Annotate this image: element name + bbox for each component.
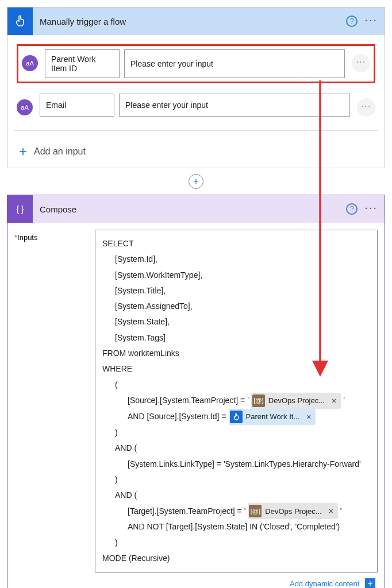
- remove-token-icon[interactable]: ×: [326, 506, 336, 516]
- add-step-button[interactable]: +: [189, 174, 203, 189]
- token-devops-project[interactable]: [@] DevOps Projec... ×: [251, 393, 341, 409]
- compose-title: Compose: [40, 204, 346, 214]
- add-input-button[interactable]: + Add an input: [17, 138, 375, 163]
- input-field-email[interactable]: Please enter your input: [119, 94, 350, 117]
- compose-header[interactable]: { } Compose ? ···: [7, 195, 385, 223]
- trigger-menu-icon[interactable]: ···: [364, 14, 378, 29]
- add-dynamic-content-link[interactable]: Add dynamic content +: [7, 575, 385, 588]
- remove-token-icon[interactable]: ×: [329, 396, 339, 406]
- touch-icon: [230, 411, 243, 423]
- trigger-body: aA Parent Work Item ID Please enter your…: [7, 35, 385, 168]
- token-devops-project[interactable]: [@] DevOps Projec... ×: [248, 503, 337, 519]
- input-row-parent: aA Parent Work Item ID Please enter your…: [22, 49, 370, 78]
- variable-icon: [@]: [252, 394, 265, 407]
- trigger-card: Manually trigger a flow ? ··· aA Parent …: [7, 7, 385, 168]
- token-parent-work-item[interactable]: Parent Work It... ×: [229, 409, 316, 425]
- separator: [14, 130, 378, 131]
- text-type-icon: aA: [17, 99, 33, 115]
- trigger-header[interactable]: Manually trigger a flow ? ···: [7, 7, 385, 35]
- compose-icon: { }: [7, 195, 33, 223]
- connector: +: [7, 168, 385, 195]
- input-field-parent[interactable]: Please enter your input: [124, 49, 345, 78]
- flow-canvas: Manually trigger a flow ? ··· aA Parent …: [7, 7, 385, 588]
- add-input-label: Add an input: [34, 146, 86, 157]
- plus-badge-icon: +: [365, 578, 375, 588]
- help-icon[interactable]: ?: [346, 16, 358, 27]
- input-menu-icon[interactable]: ···: [352, 54, 370, 72]
- trigger-title: Manually trigger a flow: [40, 17, 346, 26]
- compose-card: { } Compose ? ··· *Inputs SELECT [System…: [7, 195, 385, 588]
- input-label-email[interactable]: Email: [40, 94, 114, 117]
- variable-icon: [@]: [249, 505, 262, 517]
- input-row-email: aA Email Please enter your input ···: [17, 94, 375, 117]
- compose-body: *Inputs SELECT [System.Id], [System.Work…: [7, 223, 385, 575]
- touch-icon: [7, 7, 33, 35]
- highlight-box: aA Parent Work Item ID Please enter your…: [17, 44, 375, 83]
- input-label-parent[interactable]: Parent Work Item ID: [45, 49, 120, 78]
- text-type-icon: aA: [22, 55, 38, 71]
- input-menu-icon[interactable]: ···: [357, 98, 375, 117]
- remove-token-icon[interactable]: ×: [304, 412, 313, 422]
- compose-inputs-field[interactable]: SELECT [System.Id], [System.WorkItemType…: [95, 230, 378, 572]
- compose-menu-icon[interactable]: ···: [364, 202, 378, 216]
- plus-icon: +: [19, 145, 27, 158]
- help-icon[interactable]: ?: [346, 203, 358, 215]
- inputs-label: *Inputs: [14, 230, 95, 572]
